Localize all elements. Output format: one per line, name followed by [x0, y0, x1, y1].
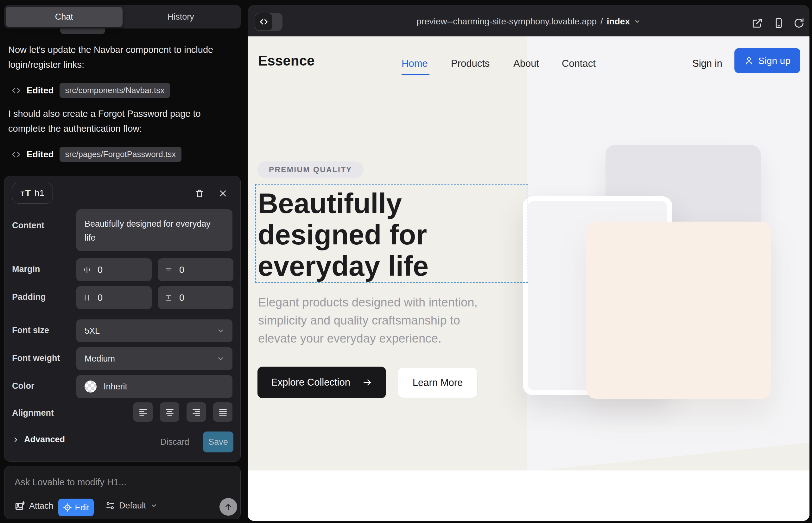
- align-justify-button[interactable]: [213, 402, 232, 422]
- hero-paragraph: Elegant products designed with intention…: [258, 293, 478, 348]
- font-weight-value: Medium: [85, 354, 115, 364]
- nav-link-products[interactable]: Products: [451, 58, 490, 69]
- url-bar[interactable]: preview--charming-site-symphony.lovable.…: [248, 16, 810, 26]
- arrow-up-icon: [224, 502, 233, 511]
- padding-y-icon: [164, 293, 173, 302]
- hero-heading-line: Beautifully: [258, 188, 428, 219]
- align-center-icon: [165, 407, 175, 417]
- align-center-button[interactable]: [160, 402, 179, 422]
- open-external-button[interactable]: [751, 17, 763, 29]
- mode-label: Default: [119, 501, 146, 511]
- refresh-button[interactable]: [793, 17, 805, 29]
- attach-label: Attach: [29, 501, 54, 511]
- chevron-down-icon: [634, 18, 641, 25]
- margin-x-input[interactable]: 0: [76, 258, 152, 281]
- font-weight-select[interactable]: Medium: [76, 347, 232, 370]
- edited-file-row: Edited src/components/Navbar.tsx: [12, 83, 170, 98]
- lovable-builder: Chat History Now let's update the Navbar…: [0, 0, 812, 523]
- file-chip[interactable]: src/components/Navbar.tsx: [59, 83, 170, 98]
- edit-label: Edit: [75, 503, 89, 512]
- mobile-view-button[interactable]: [773, 17, 785, 29]
- edit-mode-button[interactable]: Edit: [58, 499, 94, 516]
- save-button[interactable]: Save: [203, 432, 233, 452]
- advanced-label: Advanced: [24, 435, 65, 445]
- font-size-select[interactable]: 5XL: [76, 320, 232, 342]
- nav-link-contact[interactable]: Contact: [562, 58, 596, 69]
- file-chip[interactable]: src/pages/ForgotPassword.tsx: [59, 147, 182, 162]
- align-justify-icon: [218, 407, 228, 417]
- color-select[interactable]: Inherit: [76, 375, 232, 398]
- attach-image-icon: [15, 501, 25, 511]
- nav-link-about[interactable]: About: [513, 58, 539, 69]
- typography-icon: TT: [21, 188, 31, 198]
- sign-in-link[interactable]: Sign in: [692, 58, 722, 69]
- element-editor-panel: TT h1 Content Beautifully designed for e…: [4, 176, 241, 462]
- attach-button[interactable]: Attach: [15, 501, 54, 511]
- element-tag: h1: [35, 188, 44, 198]
- margin-x-value: 0: [98, 265, 103, 275]
- padding-y-input[interactable]: 0: [158, 286, 233, 309]
- chat-message: I should also create a Forgot Password p…: [8, 106, 227, 136]
- chevron-down-icon: [150, 502, 158, 509]
- sign-up-button[interactable]: Sign up: [735, 48, 800, 73]
- prompt-composer: Ask Lovable to modify H1... Attach Edit …: [4, 466, 241, 519]
- content-label: Content: [12, 221, 44, 231]
- align-right-button[interactable]: [187, 402, 206, 422]
- site-viewport: Essence Home Products About Contact Sign…: [248, 36, 810, 521]
- align-left-icon: [138, 407, 148, 417]
- advanced-toggle[interactable]: Advanced: [12, 435, 65, 445]
- color-value: Inherit: [104, 382, 127, 392]
- learn-more-button[interactable]: Learn More: [398, 367, 478, 398]
- premium-quality-badge: PREMIUM QUALITY: [258, 161, 364, 178]
- sliders-icon: [105, 501, 115, 511]
- edited-label: Edited: [27, 149, 54, 160]
- preview-browser: preview--charming-site-symphony.lovable.…: [248, 5, 810, 521]
- sign-up-label: Sign up: [758, 55, 791, 66]
- explore-collection-button[interactable]: Explore Collection: [258, 366, 386, 398]
- delete-element-button[interactable]: [194, 188, 205, 198]
- hero-heading[interactable]: Beautifully designed for everyday life: [258, 188, 428, 282]
- align-right-icon: [191, 407, 201, 417]
- chat-history-tabbar: Chat History: [4, 5, 241, 29]
- content-textarea[interactable]: Beautifully designed for everyday life: [76, 209, 232, 251]
- close-panel-button[interactable]: [218, 189, 227, 198]
- edited-file-row: Edited src/pages/ForgotPassword.tsx: [12, 147, 181, 162]
- url-path: index: [607, 16, 630, 26]
- tab-history[interactable]: History: [123, 7, 240, 27]
- edited-label: Edited: [27, 86, 54, 96]
- chevron-down-icon: [217, 355, 225, 363]
- section-below-hero: [248, 470, 810, 521]
- margin-y-value: 0: [179, 265, 184, 275]
- chat-message: Now let's update the Navbar component to…: [8, 42, 227, 72]
- prompt-input[interactable]: Ask Lovable to modify H1...: [15, 477, 126, 488]
- url-domain: preview--charming-site-symphony.lovable.…: [417, 16, 597, 26]
- arrow-right-icon: [362, 377, 372, 387]
- hero-heading-line: everyday life: [258, 250, 428, 282]
- padding-x-value: 0: [98, 292, 103, 303]
- nav-active-underline: [402, 74, 429, 75]
- alignment-label: Alignment: [12, 408, 54, 418]
- code-icon: [12, 86, 21, 95]
- mode-select[interactable]: Default: [105, 501, 158, 511]
- chevron-down-icon: [217, 327, 225, 335]
- margin-x-icon: [83, 266, 91, 274]
- font-size-label: Font size: [12, 325, 49, 335]
- tab-chat[interactable]: Chat: [6, 7, 123, 27]
- padding-x-input[interactable]: 0: [76, 286, 152, 309]
- decorative-card-beige: [586, 222, 771, 399]
- margin-label: Margin: [12, 264, 40, 274]
- discard-button[interactable]: Discard: [160, 437, 189, 447]
- color-swatch: [85, 381, 96, 393]
- nav-link-home[interactable]: Home: [402, 58, 428, 69]
- target-icon: [63, 503, 72, 512]
- url-separator: /: [600, 16, 603, 26]
- site-logo[interactable]: Essence: [258, 53, 315, 69]
- send-button[interactable]: [219, 498, 237, 516]
- code-icon: [12, 150, 21, 159]
- align-left-button[interactable]: [133, 402, 153, 422]
- padding-x-icon: [83, 293, 91, 302]
- margin-y-input[interactable]: 0: [158, 258, 233, 281]
- color-label: Color: [12, 381, 35, 391]
- font-weight-label: Font weight: [12, 353, 60, 363]
- font-size-value: 5XL: [85, 326, 100, 336]
